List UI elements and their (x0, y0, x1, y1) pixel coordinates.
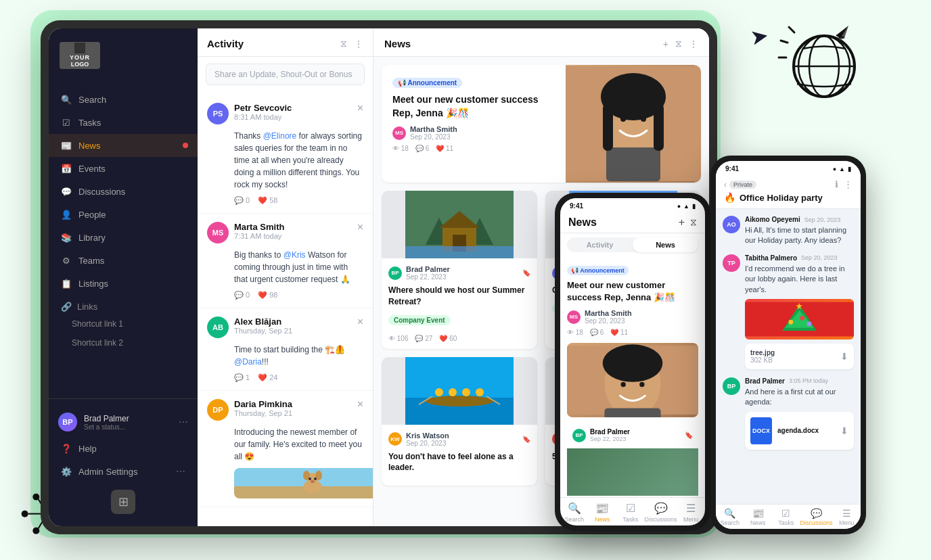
sidebar-item-search[interactable]: 🔍 Search (49, 88, 198, 111)
news-author-row: MS Martha Smith Sep 20, 2023 (392, 125, 555, 141)
sidebar-item-admin[interactable]: ⚙️ Admin Settings ⋯ (49, 460, 198, 483)
more-news-options-icon[interactable]: ⋮ (689, 39, 698, 49)
avatar: DP (207, 399, 229, 421)
phone-tab-news-bottom[interactable]: 📰 News (589, 502, 617, 523)
likes-stat: ❤️ 11 (610, 329, 628, 336)
sidebar-navigation: 🔍 Search ☑ Tasks 📰 News 📅 Events � (49, 83, 198, 398)
post-reactions: 💬 0 ❤️ 58 (234, 196, 363, 205)
chat-tab-label: Menu (839, 519, 855, 526)
sidebar-logo-area: YOUR LOGO (49, 28, 198, 83)
svg-rect-35 (603, 103, 613, 151)
close-icon[interactable]: × (357, 399, 363, 410)
news-date: Sep 20, 2023 (410, 133, 457, 141)
sidebar-item-help[interactable]: ❓ Help (49, 437, 198, 460)
chat-message: TP Tabitha Palmero Sep 20, 2023 I'd reco… (723, 254, 854, 369)
post-body: Introducing the newest member of our fam… (234, 426, 363, 463)
chat-messages: AO Aikomo Opeyemi Sep 20, 2023 Hi All, I… (716, 209, 861, 504)
activity-panel-title: Activity (207, 38, 244, 49)
back-icon[interactable]: ‹ (724, 180, 727, 189)
news-date: Sep 20, 2023 (406, 440, 449, 447)
phone-news-title: Meet our new customer success Rep, Jenna… (567, 279, 698, 304)
sidebar-item-tasks[interactable]: ☑ Tasks (49, 111, 198, 134)
chat-message-content: Brad Palmer 3:05 PM today And here is a … (745, 377, 854, 450)
comments-stat: 💬 6 (415, 145, 429, 152)
filter-news-icon[interactable]: ⧖ (675, 38, 682, 49)
phone-post-author: Brad Palmer (590, 428, 630, 436)
phone-tab-discussions[interactable]: 💬 Discussions (645, 502, 677, 523)
post-header: DP Daria Pimkina Thursday, Sep 21 × (207, 399, 363, 421)
phone-status-bar: 9:41 ● ▲ ▮ (560, 198, 705, 212)
sidebar-item-shortcut1[interactable]: Shortcut link 1 (49, 314, 198, 333)
chat-tab-menu[interactable]: ☰ Menu (833, 508, 861, 526)
chat-tab-news[interactable]: 📰 News (744, 508, 773, 526)
svg-point-29 (314, 477, 317, 480)
filter-icon[interactable]: ⧖ (690, 216, 697, 229)
sidebar-item-people[interactable]: 👤 People (49, 203, 198, 226)
sidebar-item-library[interactable]: 📚 Library (49, 226, 198, 249)
sidebar-item-label-news: News (78, 141, 101, 151)
tasks-icon: ☑ (781, 508, 790, 519)
svg-point-60 (435, 388, 443, 396)
sidebar-item-listings[interactable]: 📋 Listings (49, 272, 198, 295)
chat-tab-search[interactable]: 🔍 Search (716, 508, 744, 526)
sidebar-item-teams[interactable]: ⚙ Teams (49, 249, 198, 272)
add-post-icon[interactable]: + (663, 39, 668, 49)
post-body: Thanks @Elinore for always sorting sales… (234, 130, 363, 191)
more-options-icon[interactable]: ⋮ (354, 39, 363, 49)
app-switcher-icon[interactable]: ⊞ (111, 490, 135, 514)
phone-tab-activity[interactable]: Activity (567, 237, 633, 252)
svg-point-61 (449, 388, 457, 396)
sidebar-item-news[interactable]: 📰 News (49, 134, 198, 157)
close-icon[interactable]: × (357, 317, 363, 327)
sidebar-item-events[interactable]: 📅 Events (49, 157, 198, 180)
phone-tab-tasks[interactable]: ☑ Tasks (616, 502, 645, 523)
chat-title: Office Holiday party (740, 193, 823, 203)
signal-icon: ▲ (683, 203, 689, 210)
more-icon[interactable]: ⋮ (844, 179, 853, 189)
events-icon: 📅 (61, 163, 72, 174)
comments-stat: 💬 6 (590, 329, 604, 336)
user-menu-icon[interactable]: ⋯ (179, 417, 188, 427)
info-icon[interactable]: ℹ (835, 179, 838, 189)
news-icon: 📰 (752, 508, 764, 519)
news-author-name: Kris Watson (406, 431, 449, 440)
post-header: MS Marta Smith 7:31 AM today × (207, 222, 363, 243)
download-icon[interactable]: ⬇ (840, 425, 848, 436)
chat-tab-discussions[interactable]: 💬 Discussions (800, 508, 833, 526)
menu-tab-icon: ☰ (686, 502, 696, 515)
news-card-content: 📢 Announcement Meet our new customer suc… (382, 65, 566, 183)
phone-tab-label: Menu (683, 516, 699, 523)
company-logo: YOUR LOGO (60, 42, 100, 69)
news-card-image (382, 357, 537, 425)
chat-tab-tasks[interactable]: ☑ Tasks (772, 508, 800, 526)
activity-search-bar[interactable]: Share an Update, Shout-Out or Bonus (206, 64, 365, 85)
comment-reaction: 💬 1 (234, 373, 250, 382)
chat-phone-time: 9:41 (725, 165, 739, 172)
library-icon: 📚 (61, 232, 72, 243)
post-meta: Petr Sevcovic 8:31 AM today (234, 103, 352, 121)
avatar: PS (207, 103, 229, 124)
sidebar-item-shortcut2[interactable]: Shortcut link 2 (49, 333, 198, 352)
battery-icon: ▮ (692, 203, 696, 210)
phone-post-header: BP Brad Palmer Sep 22, 2023 🔖 (567, 423, 698, 448)
user-status: Set a status... (84, 423, 172, 431)
sidebar-item-discussions[interactable]: 💬 Discussions (49, 180, 198, 203)
news-card-featured: 📢 Announcement Meet our new customer suc… (382, 65, 701, 183)
chat-msg-sender: Brad Palmer (745, 377, 785, 385)
svg-point-88 (800, 316, 804, 321)
mini-avatar: KW (388, 432, 402, 446)
post-body: Time to start building the 🏗️🦺 @Daria!!! (234, 344, 363, 368)
svg-point-28 (309, 477, 311, 480)
chat-status-icons: ● ▲ ▮ (833, 166, 851, 172)
user-profile-item[interactable]: BP Brad Palmer Set a status... ⋯ (49, 407, 198, 437)
close-icon[interactable]: × (357, 222, 363, 233)
phone-tab-menu[interactable]: ☰ Menu (677, 502, 705, 523)
close-icon[interactable]: × (357, 103, 363, 114)
phone-tab-search[interactable]: 🔍 Search (560, 502, 589, 523)
download-icon[interactable]: ⬇ (840, 351, 848, 362)
filter-icon[interactable]: ⧖ (340, 38, 347, 49)
phone-tab-news[interactable]: News (633, 237, 698, 252)
add-icon[interactable]: + (679, 216, 685, 229)
news-author-row: KW Kris Watson Sep 20, 2023 🔖 (388, 431, 530, 447)
sidebar-item-label-search: Search (78, 95, 106, 105)
